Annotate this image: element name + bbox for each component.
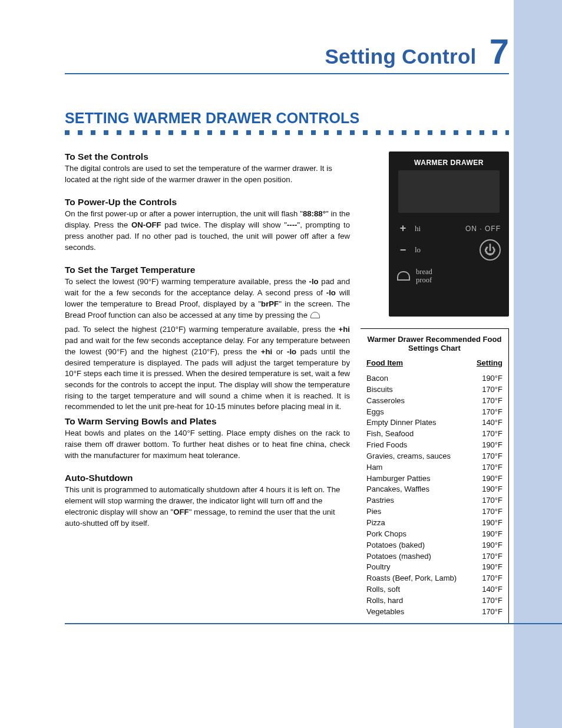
food-setting: 190°F	[482, 518, 503, 529]
food-setting: 170°F	[482, 573, 503, 584]
dot	[65, 130, 70, 135]
food-name: Potatoes (mashed)	[366, 551, 431, 562]
dot	[441, 130, 445, 135]
dot	[143, 130, 147, 135]
table-row: Pies170°F	[366, 506, 503, 518]
control-panel-illustration: WARMER DRAWER + hi ON · OFF − lo	[389, 151, 509, 317]
panel-hi-label: hi	[415, 224, 421, 233]
table-row: Bacon190°F	[366, 373, 503, 384]
dot	[454, 130, 458, 135]
dot	[246, 130, 251, 135]
table-row: Ham170°F	[366, 462, 503, 473]
dot	[324, 130, 329, 135]
text: pad. To select the highest (210°F) warmi…	[65, 325, 339, 334]
text-bold: -lo	[287, 347, 296, 356]
dot	[337, 130, 342, 135]
dot	[78, 130, 82, 135]
dot	[480, 130, 484, 135]
heading-warm-bowls: To Warm Serving Bowls and Plates	[65, 416, 350, 427]
table-row: Eggs170°F	[366, 407, 503, 418]
table-row: Gravies, creams, sauces170°F	[366, 451, 503, 462]
food-setting: 170°F	[482, 396, 503, 407]
dot	[285, 130, 290, 135]
table-row: Vegetables170°F	[366, 607, 503, 618]
food-name: Pancakes, Waffles	[366, 484, 429, 495]
dot	[207, 130, 212, 135]
text: pad twice. The display will show "	[161, 220, 287, 229]
body-auto-shutdown: This unit is programmed to automatically…	[65, 485, 350, 529]
heading-auto-shutdown: Auto-Shutdown	[65, 473, 350, 483]
food-setting: 170°F	[482, 407, 503, 418]
panel-display	[398, 170, 500, 213]
chart-col-setting: Setting	[477, 358, 503, 367]
bread-proof-icon	[397, 271, 410, 281]
food-name: Bacon	[366, 373, 388, 384]
food-name: Fried Foods	[366, 440, 407, 451]
top-rule	[65, 73, 509, 74]
body-power-up: On the first power-up or after a power i…	[65, 209, 350, 253]
side-column: WARMER DRAWER + hi ON · OFF − lo	[361, 151, 509, 624]
dot	[402, 130, 406, 135]
dot	[168, 130, 173, 135]
food-name: Pork Chops	[366, 529, 406, 540]
text-bold: ----	[287, 220, 297, 229]
bread-proof-icon	[310, 312, 320, 318]
table-row: Pizza190°F	[366, 518, 503, 529]
dot	[389, 130, 394, 135]
power-icon: ⏻	[480, 239, 501, 261]
table-row: Rolls, hard170°F	[366, 595, 503, 607]
food-name: Eggs	[366, 407, 384, 418]
dot	[233, 130, 238, 135]
food-setting: 190°F	[482, 529, 503, 540]
text-bold: 88:88°	[303, 209, 326, 218]
table-row: Pastries170°F	[366, 495, 503, 506]
panel-row-lo: − lo ⏻	[397, 239, 501, 261]
dot	[467, 130, 471, 135]
heading-set-controls: To Set the Controls	[65, 151, 350, 162]
food-name: Ham	[366, 462, 382, 473]
table-row: Biscuits170°F	[366, 384, 503, 396]
table-row: Roasts (Beef, Pork, Lamb)170°F	[366, 573, 503, 584]
food-setting: 170°F	[482, 429, 503, 440]
dot	[272, 130, 277, 135]
text: To select the lowest (90°F) warming temp…	[65, 277, 309, 286]
panel-lo-label: lo	[415, 245, 421, 255]
food-setting: 190°F	[482, 484, 503, 495]
dot	[428, 130, 432, 135]
content-columns: To Set the Controls The digital controls…	[65, 151, 509, 624]
text-bold: -lo	[309, 277, 319, 286]
text-bold: -lo	[326, 288, 336, 297]
body-target-temp-1: To select the lowest (90°F) warming temp…	[65, 276, 350, 321]
page-body: Setting Control 7 SETTING WARMER DRAWER …	[0, 0, 562, 648]
table-row: Potatoes (mashed)170°F	[366, 551, 503, 562]
section-heading: SETTING WARMER DRAWER CONTROLS	[65, 110, 509, 127]
text-bold: OFF	[173, 508, 189, 516]
dot	[350, 130, 355, 135]
food-setting: 170°F	[482, 607, 503, 618]
dot	[104, 130, 108, 135]
text-column: To Set the Controls The digital controls…	[65, 151, 350, 532]
food-setting: 190°F	[482, 473, 503, 485]
food-name: Rolls, hard	[366, 595, 403, 607]
heading-power-up: To Power-Up the Controls	[65, 197, 350, 207]
food-setting: 170°F	[482, 384, 503, 396]
text-bold: +hi	[261, 347, 272, 356]
section-heading-block: SETTING WARMER DRAWER CONTROLS	[65, 110, 509, 135]
chart-title: Warmer Drawer Recommended Food Settings …	[366, 335, 503, 353]
table-row: Hamburger Patties190°F	[366, 473, 503, 485]
chart-rows: Bacon190°FBiscuits170°FCasseroles170°FEg…	[366, 373, 503, 618]
chart-col-food: Food Item	[366, 358, 403, 367]
dot	[220, 130, 225, 135]
food-name: Rolls, soft	[366, 584, 400, 595]
panel-breadproof-row: bread proof	[397, 268, 501, 285]
text-bold: brPF	[261, 299, 279, 308]
food-name: Pastries	[366, 495, 394, 506]
text-bold: ON-OFF	[131, 220, 161, 229]
chapter-header: Setting Control 7	[65, 34, 509, 70]
table-row: Casseroles170°F	[366, 396, 503, 407]
panel-breadproof-label: bread proof	[416, 268, 432, 285]
table-row: Fish, Seafood170°F	[366, 429, 503, 440]
minus-icon: −	[397, 244, 409, 256]
table-row: Pork Chops190°F	[366, 529, 503, 540]
food-name: Vegetables	[366, 607, 404, 618]
